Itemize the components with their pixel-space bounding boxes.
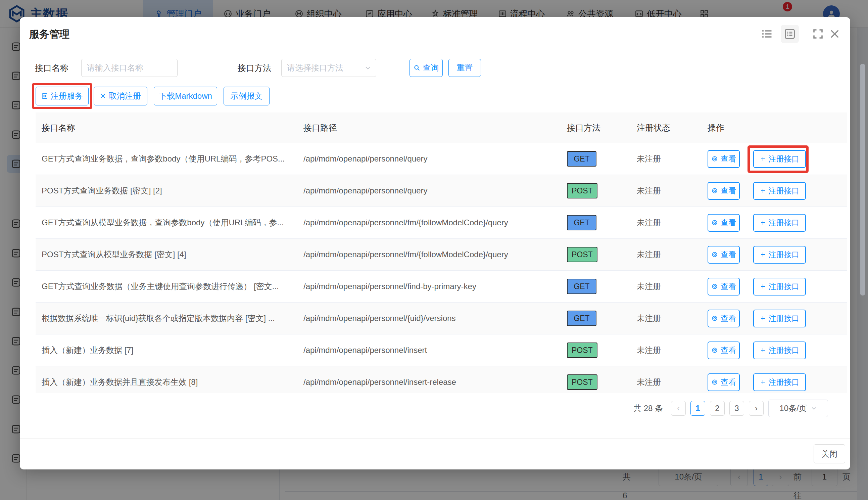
cell-register-status: 未注册 (631, 366, 702, 393)
page-button-1[interactable]: 1 (691, 401, 705, 416)
view-icon (711, 315, 718, 322)
register-api-button[interactable]: 注册接口 (753, 310, 806, 327)
cell-interface-path: /api/mdm/openapi/personnel/find-by-prima… (297, 271, 561, 302)
search-icon (414, 65, 420, 71)
prev-page-button[interactable]: ‹ (671, 401, 686, 416)
view-button[interactable]: 查看 (708, 373, 740, 391)
cell-interface-name: POST方式查询业务数据 [密文] [2] (36, 175, 297, 206)
view-icon (711, 156, 718, 162)
table-row: 插入（新建）业务数据并且直接发布生效 [8]/api/mdm/openapi/p… (36, 366, 847, 393)
cell-interface-name: GET方式查询从模型业务数据，查询参数body（使用URL编码，参... (36, 207, 297, 238)
view-icon (711, 347, 718, 354)
plus-icon (760, 188, 766, 194)
cancel-register-label: 取消注册 (109, 91, 141, 101)
method-tag: GET (567, 279, 597, 294)
annotation-register-api (748, 145, 809, 173)
page-size-value: 10条/页 (779, 403, 807, 414)
view-icon (711, 379, 718, 386)
cell-interface-path: /api/mdm/openapi/personnel/query (297, 143, 561, 174)
plus-icon (760, 347, 766, 353)
col-register-status: 注册状态 (631, 113, 702, 143)
view-button[interactable]: 查看 (708, 214, 740, 232)
register-api-button[interactable]: 注册接口 (753, 246, 806, 264)
view-button[interactable]: 查看 (708, 310, 740, 327)
download-markdown-button[interactable]: 下载Markdown (154, 87, 217, 105)
view-button[interactable]: 查看 (708, 246, 740, 264)
register-api-button[interactable]: 注册接口 (753, 278, 806, 295)
table-row: POST方式查询业务数据 [密文] [2]/api/mdm/openapi/pe… (36, 175, 847, 207)
cell-register-status: 未注册 (631, 271, 702, 302)
register-api-button[interactable]: 注册接口 (753, 341, 806, 359)
interface-method-placeholder: 请选择接口方法 (287, 62, 343, 73)
view-button[interactable]: 查看 (708, 278, 740, 295)
screen: 主数据 管理门户 业务门户 组织中心 应用中心 标准管理 流程中心 公共资源 (0, 0, 868, 500)
register-api-button[interactable]: 注册接口 (753, 214, 806, 232)
total-count: 共 28 条 (633, 403, 663, 414)
page-button-2[interactable]: 2 (710, 401, 725, 416)
cell-interface-name: POST方式查询从模型业务数据 [密文] [4] (36, 239, 297, 270)
dialog-header: 服务管理 (20, 17, 850, 51)
page-button-3[interactable]: 3 (729, 401, 744, 416)
interface-method-select[interactable]: 请选择接口方法 (281, 59, 376, 77)
chevron-down-icon (811, 405, 817, 411)
window-scrollbar[interactable] (860, 64, 865, 295)
download-markdown-label: 下载Markdown (159, 91, 212, 101)
x-icon (100, 93, 106, 99)
card-view-icon[interactable] (781, 25, 799, 43)
close-icon[interactable] (829, 28, 841, 40)
dialog-title: 服务管理 (29, 17, 69, 51)
view-button[interactable]: 查看 (708, 182, 740, 200)
register-api-button[interactable]: 注册接口 (753, 373, 806, 391)
service-table: 接口名称 接口路径 接口方法 注册状态 操作 GET方式查询业务数据，查询参数b… (36, 113, 847, 393)
method-tag: POST (567, 247, 598, 262)
plus-icon (760, 315, 766, 321)
cell-interface-name: GET方式查询业务数据（业务主键使用查询参数进行传递） [密文... (36, 271, 297, 302)
fullscreen-icon[interactable] (812, 28, 824, 40)
annotation-register-service (32, 83, 92, 109)
method-tag: GET (567, 310, 597, 326)
sample-message-button[interactable]: 示例报文 (223, 87, 269, 105)
plus-icon (760, 283, 766, 289)
register-api-button[interactable]: 注册接口 (753, 182, 806, 200)
view-button[interactable]: 查看 (708, 341, 740, 359)
next-page-button[interactable]: › (749, 401, 764, 416)
table-row: 插入（新建）业务数据 [7]/api/mdm/openapi/personnel… (36, 334, 847, 366)
list-view-icon[interactable] (761, 28, 773, 40)
table-row: GET方式查询业务数据（业务主键使用查询参数进行传递） [密文.../api/m… (36, 271, 847, 303)
view-button[interactable]: 查看 (708, 150, 740, 168)
page-size-select[interactable]: 10条/页 (768, 400, 828, 417)
col-interface-path: 接口路径 (297, 113, 561, 143)
cell-interface-path: /api/mdm/openapi/personnel/{uid}/version… (297, 303, 561, 334)
cell-interface-path: /api/mdm/openapi/personnel/insert-releas… (297, 366, 561, 393)
cancel-register-button[interactable]: 取消注册 (94, 87, 147, 105)
interface-name-placeholder: 请输入接口名称 (87, 62, 143, 73)
cell-interface-name: 插入（新建）业务数据并且直接发布生效 [8] (36, 366, 297, 393)
pagination-divider (36, 393, 847, 393)
chevron-down-icon (364, 65, 371, 71)
col-operations: 操作 (702, 113, 847, 143)
reset-button[interactable]: 重置 (449, 59, 481, 77)
cell-interface-path: /api/mdm/openapi/personnel/fm/{followMod… (297, 207, 561, 238)
query-button[interactable]: 查询 (409, 59, 443, 77)
table-row: 根据数据系统唯一标识{uid}获取各个或指定版本数据内容 [密文] .../ap… (36, 303, 847, 334)
plus-icon (760, 379, 766, 385)
cell-interface-name: 根据数据系统唯一标识{uid}获取各个或指定版本数据内容 [密文] ... (36, 303, 297, 334)
cell-interface-path: /api/mdm/openapi/personnel/insert (297, 334, 561, 366)
interface-method-label: 接口方法 (238, 59, 271, 77)
pagination: 共 28 条 ‹ 1 2 3 › 10条/页 (633, 400, 828, 417)
col-interface-method: 接口方法 (561, 113, 631, 143)
cell-interface-path: /api/mdm/openapi/personnel/query (297, 175, 561, 206)
interface-name-label: 接口名称 (35, 59, 69, 77)
close-dialog-button[interactable]: 关闭 (814, 444, 845, 463)
table-header: 接口名称 接口路径 接口方法 注册状态 操作 (36, 113, 847, 143)
cell-register-status: 未注册 (631, 239, 702, 270)
table-body: GET方式查询业务数据，查询参数body（使用URL编码，参考POS.../ap… (36, 143, 847, 393)
interface-name-input[interactable]: 请输入接口名称 (81, 59, 177, 77)
view-icon (711, 283, 718, 290)
method-tag: GET (567, 151, 597, 167)
cell-register-status: 未注册 (631, 334, 702, 366)
table-row: GET方式查询从模型业务数据，查询参数body（使用URL编码，参.../api… (36, 207, 847, 239)
table-row: GET方式查询业务数据，查询参数body（使用URL编码，参考POS.../ap… (36, 143, 847, 175)
table-row: POST方式查询从模型业务数据 [密文] [4]/api/mdm/openapi… (36, 239, 847, 271)
plus-icon (760, 251, 766, 258)
